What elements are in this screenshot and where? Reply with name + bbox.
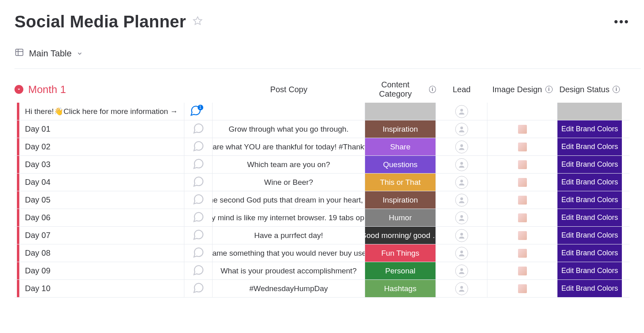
table-row[interactable]: Day 02Share what YOU are thankful for to… [14,138,630,156]
table-row[interactable]: Day 09What is your proudest accomplishme… [14,262,630,280]
post-copy-cell[interactable]: #WednesdayHumpDay [213,280,365,297]
design-status-cell[interactable] [557,103,622,120]
conversation-cell[interactable] [184,156,213,173]
image-design-cell[interactable] [487,120,557,138]
lead-cell[interactable] [436,156,487,173]
image-design-cell[interactable] [487,138,557,155]
item-name-cell[interactable]: Day 09 [19,262,184,279]
table-row[interactable]: Day 06My mind is like my internet browse… [14,209,630,227]
lead-cell[interactable] [436,244,487,262]
table-row[interactable]: Day 01Grow through what you go through.I… [14,120,630,138]
table-row[interactable]: Day 03Which team are you on?QuestionsEdi… [14,156,630,174]
lead-cell[interactable] [436,138,487,155]
image-design-cell[interactable] [487,174,557,191]
content-category-cell[interactable] [365,103,436,120]
column-header-content-category[interactable]: Content Categoryi [365,80,436,99]
lead-cell[interactable] [436,174,487,191]
design-status-cell[interactable]: Edit Brand Colors [557,191,622,209]
design-status-cell[interactable]: Edit Brand Colors [557,280,622,297]
post-copy-cell[interactable]: My mind is like my internet browser. 19 … [213,209,365,226]
design-status-cell[interactable]: Edit Brand Colors [557,120,622,138]
content-category-cell[interactable]: Personal [365,262,436,279]
table-row-intro[interactable]: Hi there! 👋 Click here for more informat… [14,103,630,120]
post-copy-cell[interactable]: What is your proudest accomplishment? [213,262,365,279]
lead-cell[interactable] [436,280,487,297]
lead-cell[interactable] [436,120,487,138]
conversation-cell[interactable]: 1 [184,103,213,120]
image-design-cell[interactable] [487,244,557,262]
content-category-cell[interactable]: Hashtags [365,280,436,297]
image-design-cell[interactable] [487,191,557,209]
info-icon[interactable]: i [613,86,620,93]
design-status-cell[interactable]: Edit Brand Colors [557,227,622,244]
item-name-cell[interactable]: Day 04 [19,174,184,191]
design-status-cell[interactable]: Edit Brand Colors [557,262,622,279]
column-header-lead[interactable]: Lead [436,85,487,94]
design-status-cell[interactable]: Edit Brand Colors [557,209,622,226]
item-name-cell[interactable]: Day 10 [19,280,184,297]
conversation-cell[interactable] [184,138,213,155]
table-row[interactable]: Day 04Wine or Beer?This or ThatEdit Bran… [14,174,630,191]
table-row[interactable]: Day 10#WednesdayHumpDayHashtagsEdit Bran… [14,280,630,298]
design-status-cell[interactable]: Edit Brand Colors [557,138,622,155]
post-copy-cell[interactable]: Wine or Beer? [213,174,365,191]
conversation-cell[interactable] [184,262,213,279]
post-copy-cell[interactable]: Name something that you would never buy … [213,244,365,262]
favorite-star-icon[interactable] [192,16,203,28]
image-design-cell[interactable] [487,227,557,244]
design-status-cell[interactable]: Edit Brand Colors [557,244,622,262]
lead-cell[interactable] [436,191,487,209]
lead-cell[interactable] [436,103,487,120]
column-header-design-status[interactable]: Design Statusi [557,85,622,94]
conversation-cell[interactable] [184,120,213,138]
image-design-cell[interactable] [487,103,557,120]
post-copy-cell[interactable]: Share what YOU are thankful for today! #… [213,138,365,155]
item-name-cell[interactable]: Day 02 [19,138,184,155]
table-row[interactable]: Day 05The second God puts that dream in … [14,191,630,209]
post-copy-cell[interactable]: Grow through what you go through. [213,120,365,138]
item-name-cell[interactable]: Day 01 [19,120,184,138]
conversation-cell[interactable] [184,280,213,297]
image-design-cell[interactable] [487,209,557,226]
post-copy-cell[interactable]: Which team are you on? [213,156,365,173]
table-row[interactable]: Day 07Have a purrfect day!Good morning/ … [14,227,630,244]
content-category-cell[interactable]: Fun Things [365,244,436,262]
conversation-cell[interactable] [184,174,213,191]
conversation-cell[interactable] [184,227,213,244]
table-row[interactable]: Day 08Name something that you would neve… [14,244,630,262]
item-name-cell[interactable]: Day 08 [19,244,184,262]
content-category-cell[interactable]: Humor [365,209,436,226]
info-icon[interactable]: i [545,86,553,93]
group-title[interactable]: Month 1 [28,83,66,96]
content-category-cell[interactable]: Questions [365,156,436,173]
content-category-cell[interactable]: Inspiration [365,191,436,209]
lead-cell[interactable] [436,227,487,244]
conversation-cell[interactable] [184,191,213,209]
post-copy-cell[interactable] [213,103,365,120]
item-name-cell[interactable]: Day 03 [19,156,184,173]
item-name-cell[interactable]: Day 07 [19,227,184,244]
content-category-cell[interactable]: Good morning/ good … [365,227,436,244]
column-header-image-design[interactable]: Image Designi [487,85,557,94]
content-category-cell[interactable]: This or That [365,174,436,191]
conversation-cell[interactable] [184,244,213,262]
conversation-cell[interactable] [184,209,213,226]
content-category-cell[interactable]: Share [365,138,436,155]
post-copy-cell[interactable]: The second God puts that dream in your h… [213,191,365,209]
image-design-cell[interactable] [487,156,557,173]
item-name-cell[interactable]: Hi there! 👋 Click here for more informat… [19,103,184,120]
content-category-cell[interactable]: Inspiration [365,120,436,138]
info-icon[interactable]: i [429,86,436,93]
group-collapse-toggle[interactable] [14,85,23,94]
image-design-cell[interactable] [487,280,557,297]
item-name-cell[interactable]: Day 06 [19,209,184,226]
lead-cell[interactable] [436,209,487,226]
post-copy-cell[interactable]: Have a purrfect day! [213,227,365,244]
lead-cell[interactable] [436,262,487,279]
design-status-cell[interactable]: Edit Brand Colors [557,156,622,173]
design-status-cell[interactable]: Edit Brand Colors [557,174,622,191]
board-menu-button[interactable]: ••• [614,15,630,28]
image-design-cell[interactable] [487,262,557,279]
view-tab-main-table[interactable]: Main Table [14,48,83,60]
item-name-cell[interactable]: Day 05 [19,191,184,209]
